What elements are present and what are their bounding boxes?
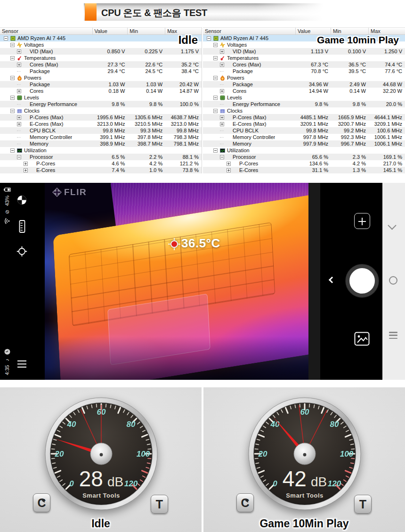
spot-marker[interactable]	[168, 238, 180, 250]
sensor-row[interactable]: P-Cores134.6 %4.2 %217.0 %	[203, 160, 405, 167]
nav-home-icon[interactable]	[389, 276, 397, 285]
sensor-row[interactable]: Cores (Max)27.3 °C22.6 °C35.2 °C	[0, 61, 202, 68]
collapse-icon[interactable]	[10, 43, 15, 47]
sensor-row[interactable]: Memory997.9 MHz996.7 MHz1006.1 MHz	[203, 140, 405, 147]
sensor-row[interactable]: Processor65.6 %2.3 %169.1 %	[203, 154, 405, 160]
column-header-value[interactable]: Value	[93, 28, 128, 34]
sensor-row[interactable]: Package1.03 W1.03 W20.42 W	[0, 81, 202, 88]
sensor-row[interactable]: AMD Ryzen AI 7 445	[0, 35, 202, 41]
sensor-row[interactable]: Memory Controller399.1 MHz397.8 MHz798.3…	[0, 134, 202, 140]
column-header-min[interactable]: Min	[331, 28, 369, 34]
sensor-row[interactable]: P-Cores (Max)4485.1 MHz1665.9 MHz4644.1 …	[203, 114, 405, 121]
expand-icon[interactable]	[220, 63, 224, 67]
expand-icon[interactable]	[227, 168, 231, 172]
sensor-row[interactable]: Package29.4 °C24.5 °C38.4 °C	[0, 68, 202, 74]
sensor-row[interactable]: Processor6.5 %2.2 %88.1 %	[0, 154, 202, 160]
sensor-name: Memory Controller	[30, 134, 72, 140]
expand-icon[interactable]	[17, 63, 21, 67]
sensor-name: Cores	[30, 88, 43, 94]
collapse-icon[interactable]	[213, 148, 218, 153]
expand-icon[interactable]	[17, 122, 21, 126]
collapse-icon[interactable]	[10, 96, 15, 100]
sensor-row[interactable]: E-Cores (Max)3209.1 MHz3200.7 MHz3209.1 …	[203, 121, 405, 127]
sensor-value: 27.3 °C	[93, 61, 128, 68]
sensor-row[interactable]: E-Cores31.1 %1.3 %145.1 %	[203, 167, 405, 173]
sensor-row[interactable]: Temperatures	[203, 55, 405, 61]
sensor-row[interactable]: Package70.8 °C39.5 °C77.6 °C	[203, 68, 405, 74]
sensor-row[interactable]: E-Cores7.4 %1.0 %73.8 %	[0, 167, 202, 173]
sensor-row[interactable]: Levels	[0, 94, 202, 101]
column-header-min[interactable]: Min	[128, 28, 165, 34]
collapse-icon[interactable]	[213, 56, 218, 60]
clock-text: 4:35	[4, 365, 10, 375]
gallery-icon[interactable]	[354, 332, 370, 346]
expand-icon[interactable]	[17, 89, 21, 93]
shutter-button[interactable]	[346, 264, 379, 297]
collapse-icon[interactable]	[10, 109, 15, 113]
expand-icon[interactable]	[220, 49, 224, 54]
sensor-row[interactable]: Utilization	[203, 147, 405, 154]
sensor-row[interactable]: Memory Controller997.8 MHz992.3 MHz1006.…	[203, 134, 405, 140]
threshold-button[interactable]: T	[354, 495, 372, 514]
sensor-row[interactable]: Cores (Max)67.3 °C36.5 °C74.4 °C	[203, 61, 405, 68]
sensor-min: 99.3 MHz	[128, 127, 165, 134]
column-header-sensor[interactable]: Sensor	[0, 28, 93, 34]
column-header-sensor[interactable]: Sensor	[203, 28, 296, 34]
sensor-row[interactable]: Utilization	[0, 147, 202, 154]
sensor-row[interactable]: Levels	[203, 94, 405, 101]
sensor-row[interactable]: Clocks	[203, 107, 405, 114]
nav-recents-icon[interactable]	[389, 332, 397, 339]
sensor-row[interactable]: P-Cores (Max)1995.6 MHz1305.6 MHz4638.7 …	[0, 114, 202, 121]
sensor-name: P-Cores	[239, 160, 258, 167]
collapse-icon[interactable]	[213, 96, 218, 100]
sensor-row[interactable]: Energy Performance9.8 %9.8 %100.0 %	[0, 101, 202, 107]
collapse-icon[interactable]	[213, 43, 218, 47]
collapse-icon[interactable]	[10, 76, 15, 80]
column-header-max[interactable]: Max	[369, 28, 405, 34]
sensor-row[interactable]: CPU BCLK99.8 MHz99.3 MHz99.8 MHz	[0, 127, 202, 134]
back-chevron-icon[interactable]	[329, 277, 335, 283]
sensor-row[interactable]: Energy Performance9.8 %9.8 %20.0 %	[203, 101, 405, 107]
expand-icon[interactable]	[24, 162, 28, 166]
sensor-row[interactable]: Powers	[0, 74, 202, 81]
expand-icon[interactable]	[227, 162, 231, 166]
reset-button[interactable]: C	[236, 493, 254, 512]
sensor-row[interactable]: Powers	[203, 74, 405, 81]
sensor-row[interactable]: Cores0.18 W0.14 W14.87 W	[0, 88, 202, 94]
collapse-icon[interactable]	[213, 76, 218, 80]
sensor-row[interactable]: VID (Max)1.113 V0.100 V1.250 V	[203, 48, 405, 55]
threshold-button[interactable]: T	[151, 495, 168, 514]
sensor-row[interactable]: Memory398.9 MHz398.7 MHz798.1 MHz	[0, 140, 202, 147]
spot-meter-icon[interactable]	[16, 246, 27, 257]
menu-icon[interactable]	[17, 360, 27, 368]
collapse-icon[interactable]	[220, 155, 224, 159]
sensor-row[interactable]: Voltages	[0, 41, 202, 48]
collapse-icon[interactable]	[10, 56, 15, 60]
expand-icon[interactable]	[220, 122, 224, 126]
collapse-icon[interactable]	[17, 155, 21, 159]
sensor-value: 997.9 MHz	[296, 140, 331, 147]
expand-icon[interactable]	[220, 115, 224, 120]
collapse-icon[interactable]	[4, 36, 8, 41]
sensor-row[interactable]: Package34.96 W2.49 W44.68 W	[203, 81, 405, 88]
palette-icon[interactable]	[17, 195, 27, 205]
zoom-plus-icon[interactable]	[354, 213, 370, 229]
sensor-min: 2.49 W	[331, 81, 369, 88]
expand-icon[interactable]	[24, 168, 28, 172]
ruler-icon[interactable]	[18, 220, 26, 233]
collapse-icon[interactable]	[213, 109, 218, 113]
sensor-row[interactable]: P-Cores4.6 %4.2 %121.2 %	[0, 160, 202, 167]
sensor-row[interactable]: Clocks	[0, 107, 202, 114]
expand-icon[interactable]	[17, 115, 21, 120]
sensor-row[interactable]: CPU BCLK99.8 MHz99.2 MHz100.6 MHz	[203, 127, 405, 134]
sensor-row[interactable]: E-Cores (Max)3213.0 MHz3210.5 MHz3213.0 …	[0, 121, 202, 127]
sensor-row[interactable]: Temperatures	[0, 55, 202, 61]
column-header-value[interactable]: Value	[296, 28, 331, 34]
collapse-icon[interactable]	[207, 36, 211, 41]
sensor-row[interactable]: Cores14.94 W0.14 W32.20 W	[203, 88, 405, 94]
reset-button[interactable]: C	[33, 493, 50, 512]
collapse-icon[interactable]	[10, 148, 15, 153]
expand-icon[interactable]	[220, 89, 224, 93]
expand-icon[interactable]	[17, 49, 21, 54]
sensor-row[interactable]: VID (Max)0.850 V0.225 V1.175 V	[0, 48, 202, 55]
